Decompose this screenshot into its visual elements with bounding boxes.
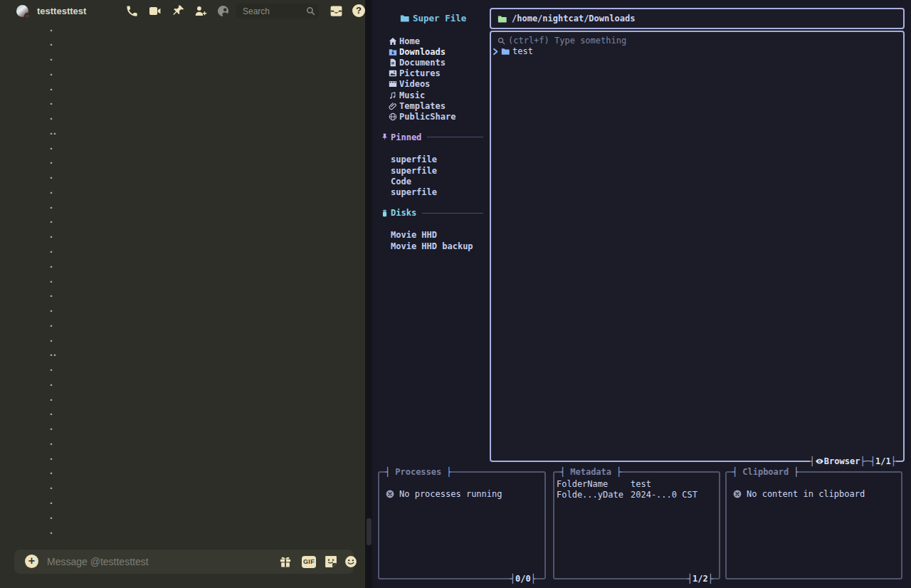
inbox-icon[interactable]	[330, 4, 343, 18]
message[interactable]: .	[0, 184, 359, 199]
sidebar-item-icon	[389, 58, 397, 67]
sidebar-item[interactable]: Documents	[389, 57, 488, 68]
search-bar[interactable]: Search	[236, 4, 319, 19]
search-placeholder: Search	[243, 6, 270, 16]
sidebar-item-icon	[389, 112, 397, 121]
status-indicator	[24, 13, 31, 19]
message[interactable]: .	[0, 317, 359, 332]
message[interactable]: .	[0, 465, 359, 480]
message[interactable]: ..	[0, 347, 359, 362]
metadata-row: Folde...yDate 2024-...0 CST	[555, 489, 717, 500]
message[interactable]: .	[0, 95, 359, 110]
discord-window: testtesttest Search ? ..................…	[0, 0, 365, 588]
disks-list: Movie HHDMovie HHD backup	[391, 230, 490, 251]
attach-button[interactable]: +	[25, 555, 38, 568]
sidebar-item[interactable]: Home	[389, 36, 488, 46]
pinned-item[interactable]: Code	[391, 176, 490, 187]
sidebar-item-icon	[389, 37, 397, 46]
message[interactable]: .	[0, 258, 359, 273]
add-friends-icon[interactable]	[193, 4, 208, 18]
panel-page: 1/1	[875, 456, 891, 466]
processes-panel: ┤Processes├ No processes running ┤0/0├	[378, 471, 546, 579]
processes-empty-text: No processes running	[399, 489, 502, 499]
sticker-icon[interactable]	[324, 555, 338, 569]
message[interactable]: .	[0, 214, 359, 229]
clipboard-title: Clipboard	[737, 467, 794, 477]
current-path: /home/nightcat/Downloads	[512, 14, 635, 23]
message[interactable]: .	[0, 169, 359, 184]
message[interactable]: .	[0, 80, 359, 95]
message[interactable]: .	[0, 391, 359, 406]
clipboard-empty-text: No content in clipboard	[747, 489, 865, 499]
voice-call-icon[interactable]	[125, 4, 139, 18]
gif-button[interactable]: GIF	[302, 556, 316, 568]
message[interactable]: .	[0, 154, 359, 169]
video-call-icon[interactable]	[147, 4, 162, 18]
message[interactable]: .	[0, 450, 359, 465]
search-icon	[306, 6, 315, 16]
chat-scrollbar[interactable]	[367, 518, 372, 545]
metadata-panel: ┤Metadata├ FolderName test Folde...yDate…	[553, 471, 720, 579]
message[interactable]: .	[0, 36, 359, 51]
message[interactable]: .	[0, 303, 359, 317]
sidebar-item-icon	[389, 91, 397, 100]
file-entry[interactable]: test	[492, 46, 533, 56]
sidebar-item[interactable]: Downloads	[389, 46, 488, 57]
message-input[interactable]: Message @testtesttest	[47, 556, 149, 567]
message[interactable]: .	[0, 509, 359, 524]
message[interactable]: .	[0, 199, 359, 214]
message[interactable]: .	[0, 406, 359, 421]
message[interactable]: .	[0, 229, 359, 243]
sidebar-item-label: Home	[399, 36, 420, 46]
message[interactable]: .	[0, 362, 359, 377]
sidebar-item[interactable]: Templates	[389, 100, 488, 111]
pinned-item[interactable]: superfile	[391, 165, 490, 176]
pinned-item[interactable]: superfile	[391, 187, 490, 197]
message[interactable]: .	[0, 243, 359, 258]
sidebar-item-label: Downloads	[399, 47, 446, 57]
message[interactable]: .	[0, 332, 359, 347]
chat-title[interactable]: testtesttest	[37, 6, 86, 16]
sidebar-item[interactable]: Music	[389, 90, 488, 100]
chat-scrollbar-track	[365, 0, 372, 588]
pin-icon	[381, 133, 389, 141]
user-profile-toggle-icon[interactable]	[216, 4, 230, 18]
message[interactable]: .	[0, 140, 359, 154]
message[interactable]: .	[0, 495, 359, 510]
file-panel: (ctrl+f) Type something test ┤Browser├─┤…	[490, 31, 905, 462]
avatar[interactable]	[16, 5, 28, 17]
message[interactable]: .	[0, 51, 359, 66]
pinned-messages-icon[interactable]	[172, 4, 185, 18]
sidebar-item[interactable]: PublicShare	[389, 111, 488, 122]
sidebar-item[interactable]: Videos	[389, 79, 488, 90]
help-icon[interactable]: ?	[352, 4, 365, 17]
usb-icon	[381, 209, 389, 217]
message[interactable]: .	[0, 480, 359, 495]
message[interactable]: .	[0, 376, 359, 391]
screen: testtesttest Search ? ..................…	[0, 0, 911, 588]
file-entry-name: test	[512, 46, 533, 56]
message[interactable]: .	[0, 288, 359, 303]
message[interactable]: .	[0, 65, 359, 80]
gift-icon[interactable]	[278, 555, 293, 569]
divider	[422, 213, 483, 214]
message[interactable]: .	[0, 524, 359, 539]
message[interactable]: ..	[0, 125, 359, 140]
sidebar-item[interactable]: Pictures	[389, 68, 488, 79]
message[interactable]: .	[0, 21, 359, 36]
chat-header: testtesttest Search ?	[0, 0, 365, 22]
disk-item[interactable]: Movie HHD backup	[391, 241, 490, 251]
message[interactable]: .	[0, 273, 359, 288]
emoji-icon[interactable]	[344, 555, 358, 569]
disk-item[interactable]: Movie HHD	[391, 230, 490, 241]
pinned-item[interactable]: superfile	[391, 154, 490, 165]
message[interactable]: .	[0, 435, 359, 450]
metadata-value: test	[631, 479, 651, 489]
pinned-list: superfilesuperfileCodesuperfile	[391, 154, 490, 198]
x-circle-icon	[386, 490, 394, 498]
superfile-window: Super File Home Downloads Documents Pict…	[372, 0, 911, 588]
file-search[interactable]: (ctrl+f) Type something	[497, 36, 626, 46]
message[interactable]: .	[0, 421, 359, 436]
message[interactable]: .	[0, 110, 359, 125]
divider	[427, 137, 483, 137]
